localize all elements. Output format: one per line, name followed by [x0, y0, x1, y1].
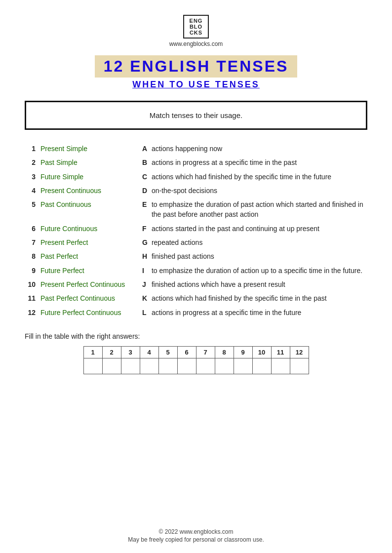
tense-desc: repeated actions	[150, 236, 367, 249]
answer-col-header: 11	[271, 346, 290, 358]
tense-row: 3 Future Simple C actions which had fini…	[25, 170, 367, 184]
tense-num: 6	[25, 222, 39, 236]
answer-col-header: 3	[121, 346, 140, 358]
tense-name: Future Perfect Continuous	[39, 306, 137, 319]
tense-row: 8 Past Perfect H finished past actions	[25, 249, 367, 263]
answer-cell[interactable]	[271, 358, 290, 374]
fill-label: Fill in the table with the right answers…	[25, 332, 367, 340]
answer-col-header: 2	[102, 346, 121, 358]
tense-num: 12	[25, 306, 39, 319]
tense-name: Future Simple	[39, 170, 137, 184]
logo-line2: BLO	[190, 24, 202, 30]
instruction-box: Match tenses to their usage.	[25, 101, 367, 130]
tense-row: 5 Past Continuous E to emphasize the dur…	[25, 198, 367, 222]
tense-desc: actions in progress at a specific time i…	[150, 306, 367, 319]
instruction-text: Match tenses to their usage.	[150, 111, 242, 119]
tense-name: Present Simple	[39, 142, 137, 156]
tense-num: 10	[25, 277, 39, 291]
tense-desc: to emphasize the duration of action up t…	[150, 264, 367, 277]
tense-letter: E	[137, 198, 150, 222]
tense-row: 11 Past Perfect Continuous K actions whi…	[25, 291, 367, 305]
tense-name: Present Continuous	[39, 184, 137, 198]
tense-letter: D	[137, 184, 150, 198]
tense-letter: G	[137, 236, 150, 249]
tense-num: 7	[25, 236, 39, 249]
answer-col-header: 6	[177, 346, 196, 358]
tense-desc: actions happening now	[150, 142, 367, 156]
tense-desc: on-the-spot decisions	[150, 184, 367, 198]
tense-row: 6 Future Continuous F actions started in…	[25, 222, 367, 236]
tense-desc: finished actions which have a present re…	[150, 277, 367, 291]
answer-cell[interactable]	[215, 358, 234, 374]
answer-cell[interactable]	[121, 358, 140, 374]
logo-line1: ENG	[190, 18, 203, 24]
tense-desc: actions which had finished by the specif…	[150, 170, 367, 184]
tense-num: 5	[25, 198, 39, 222]
tense-desc: to emphasize the duration of past action…	[150, 198, 367, 222]
tense-name: Past Perfect	[39, 249, 137, 263]
answer-col-header: 9	[234, 346, 252, 358]
tense-row: 4 Present Continuous D on-the-spot decis…	[25, 184, 367, 198]
answer-cell[interactable]	[196, 358, 215, 374]
tense-desc: finished past actions	[150, 249, 367, 263]
answer-col-header: 4	[140, 346, 158, 358]
answer-col-header: 12	[290, 346, 309, 358]
tense-num: 9	[25, 264, 39, 277]
tense-letter: K	[137, 291, 150, 305]
tense-num: 8	[25, 249, 39, 263]
tense-name: Past Perfect Continuous	[39, 291, 137, 305]
tense-num: 2	[25, 156, 39, 169]
tenses-table: 1 Present Simple A actions happening now…	[25, 142, 367, 319]
tense-letter: H	[137, 249, 150, 263]
answer-cell[interactable]	[252, 358, 271, 374]
tense-row: 9 Future Perfect I to emphasize the dura…	[25, 264, 367, 277]
tense-letter: F	[137, 222, 150, 236]
logo-box: ENG BLO CKS	[183, 15, 209, 39]
answer-cell[interactable]	[177, 358, 196, 374]
logo-area: ENG BLO CKS www.engblocks.com	[169, 15, 223, 52]
tense-row: 7 Present Perfect G repeated actions	[25, 236, 367, 249]
tense-num: 3	[25, 170, 39, 184]
answer-col-header: 1	[83, 346, 102, 358]
tense-letter: I	[137, 264, 150, 277]
answer-col-header: 8	[215, 346, 234, 358]
tense-letter: J	[137, 277, 150, 291]
tense-num: 1	[25, 142, 39, 156]
tense-name: Present Perfect Continuous	[39, 277, 137, 291]
tense-name: Future Perfect	[39, 264, 137, 277]
website-url: www.engblocks.com	[169, 40, 223, 47]
answer-cell[interactable]	[234, 358, 252, 374]
tense-desc: actions in progress at a specific time i…	[150, 156, 367, 169]
tense-name: Past Continuous	[39, 198, 137, 222]
tense-num: 4	[25, 184, 39, 198]
logo-line3: CKS	[190, 30, 202, 36]
footer: © 2022 www.engblocks.com May be freely c…	[25, 523, 367, 543]
tense-name: Past Simple	[39, 156, 137, 169]
answer-table-wrapper: 123456789101112	[25, 346, 367, 374]
page: ENG BLO CKS www.engblocks.com 12 ENGLISH…	[0, 0, 392, 553]
answer-cell[interactable]	[158, 358, 177, 374]
tense-letter: C	[137, 170, 150, 184]
answer-cell[interactable]	[290, 358, 309, 374]
answer-col-header: 7	[196, 346, 215, 358]
tense-num: 11	[25, 291, 39, 305]
tense-desc: actions started in the past and continui…	[150, 222, 367, 236]
tense-row: 10 Present Perfect Continuous J finished…	[25, 277, 367, 291]
tense-name: Present Perfect	[39, 236, 137, 249]
license: May be freely copied for personal or cla…	[25, 536, 367, 543]
answer-col-header: 10	[252, 346, 271, 358]
tense-desc: actions which had finished by the specif…	[150, 291, 367, 305]
answer-cell[interactable]	[83, 358, 102, 374]
tense-letter: A	[137, 142, 150, 156]
sub-title: WHEN TO USE TENSES	[132, 79, 260, 90]
tense-letter: B	[137, 156, 150, 169]
tense-row: 2 Past Simple B actions in progress at a…	[25, 156, 367, 169]
tense-name: Future Continuous	[39, 222, 137, 236]
tense-letter: L	[137, 306, 150, 319]
tense-row: 12 Future Perfect Continuous L actions i…	[25, 306, 367, 319]
answer-cell[interactable]	[102, 358, 121, 374]
answer-col-header: 5	[158, 346, 177, 358]
answer-table: 123456789101112	[83, 346, 309, 374]
copyright: © 2022 www.engblocks.com	[25, 528, 367, 535]
answer-cell[interactable]	[140, 358, 158, 374]
